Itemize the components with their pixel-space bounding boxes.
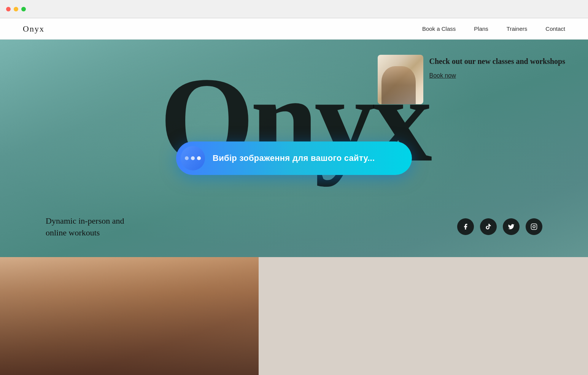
svg-point-1: [533, 226, 535, 228]
nav-contact[interactable]: Contact: [545, 25, 565, 32]
ai-dot-1: [185, 156, 189, 160]
social-icons: [457, 218, 542, 235]
browser-dot-green[interactable]: [21, 7, 26, 11]
hero-section: Onyx Check out our new classes and works…: [0, 40, 588, 277]
hero-subtitle-line1: Dynamic in-person and: [46, 215, 124, 227]
promo-book-now-link[interactable]: Book now: [429, 72, 565, 79]
browser-dot-yellow[interactable]: [14, 7, 18, 11]
ai-dot-3: [197, 156, 201, 160]
promo-image: [378, 55, 423, 104]
tiktok-icon[interactable]: [480, 218, 497, 235]
promo-title: Check out our new classes and workshops: [429, 56, 565, 66]
svg-point-2: [535, 225, 536, 226]
hero-subtitle-line2: online workouts: [46, 227, 124, 239]
nav-plans[interactable]: Plans: [474, 25, 488, 32]
ai-loading-dots: [185, 156, 201, 160]
ai-overlay-text: Вибір зображення для вашого сайту...: [213, 153, 375, 163]
nav-links: Book a Class Plans Trainers Contact: [422, 25, 565, 32]
ai-dot-2: [191, 156, 195, 160]
browser-dot-red[interactable]: [6, 7, 11, 11]
promo-content: Check out our new classes and workshops …: [429, 55, 565, 79]
site-logo[interactable]: Onyx: [23, 24, 44, 34]
hero-subtitle: Dynamic in-person and online workouts: [46, 215, 124, 239]
browser-chrome: [0, 0, 588, 18]
instagram-icon[interactable]: [526, 218, 542, 235]
facebook-icon[interactable]: [457, 218, 474, 235]
svg-rect-0: [531, 224, 537, 230]
promo-image-figure: [381, 66, 416, 104]
nav-trainers[interactable]: Trainers: [507, 25, 527, 32]
site-wrapper: Onyx Book a Class Plans Trainers Contact…: [0, 18, 588, 375]
twitter-icon[interactable]: [503, 218, 520, 235]
nav-book-a-class[interactable]: Book a Class: [422, 25, 456, 32]
navbar: Onyx Book a Class Plans Trainers Contact: [0, 18, 588, 40]
ai-icon-circle: [181, 146, 205, 170]
promo-card: Check out our new classes and workshops …: [378, 55, 565, 104]
ai-overlay-pill[interactable]: Вибір зображення для вашого сайту...: [176, 141, 412, 175]
